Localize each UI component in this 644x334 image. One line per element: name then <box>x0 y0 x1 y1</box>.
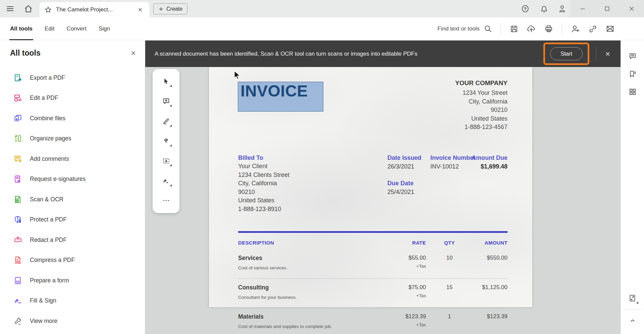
tab-sign[interactable]: Sign <box>99 17 110 40</box>
document-tab[interactable]: The Camelot Project... <box>40 2 149 17</box>
tab-edit[interactable]: Edit <box>45 17 54 40</box>
tools-panel-title: All tools <box>10 49 41 58</box>
window-controls <box>570 0 644 17</box>
add-comments-icon <box>13 154 22 163</box>
banner-close-icon[interactable] <box>600 46 616 62</box>
plus-icon <box>158 6 164 12</box>
select-tool[interactable] <box>158 74 174 89</box>
company-line: 90210 <box>455 106 507 115</box>
tool-label: Request e-signatures <box>30 176 86 183</box>
billed-to-block: Billed To Your Client 1234 Clients Stree… <box>238 153 289 213</box>
row-qty: 1 <box>437 313 462 320</box>
edit-pdf-icon <box>13 93 22 103</box>
sidebar-item-add-comments[interactable]: Add comments <box>0 149 145 169</box>
save-icon[interactable] <box>507 22 521 36</box>
row-note: Consultant for your business. <box>238 295 297 300</box>
page-thumbnails-icon[interactable] <box>625 84 640 99</box>
protect-pdf-icon <box>13 215 22 224</box>
tool-label: Redact a PDF <box>30 237 67 244</box>
export-pdf-icon <box>13 73 22 82</box>
tool-label: Combine files <box>30 115 65 122</box>
sidebar-item-organize-pages[interactable]: Organize pages <box>0 129 145 149</box>
page-display-options-icon[interactable] <box>625 290 640 306</box>
bookmarks-panel-icon[interactable] <box>625 66 640 82</box>
close-window-button[interactable] <box>620 0 644 17</box>
sidebar-item-edit-pdf[interactable]: Edit a PDF <box>0 88 145 109</box>
create-button[interactable]: Create <box>153 3 187 14</box>
tool-flyout-arrow-icon <box>170 125 172 127</box>
sidebar-item-scan-ocr[interactable]: Scan & OCR <box>0 189 145 210</box>
tab-title: The Camelot Project... <box>56 6 132 13</box>
rail-divider <box>624 309 642 310</box>
sidebar-item-combine-files[interactable]: Combine files <box>0 108 145 129</box>
prepare-form-icon <box>13 276 22 285</box>
selected-text-highlight[interactable]: INVOICE <box>238 82 323 112</box>
svg-text:?: ? <box>524 6 527 11</box>
account-profile-icon[interactable] <box>555 0 570 17</box>
link-icon[interactable] <box>586 22 600 36</box>
sign-tool[interactable] <box>158 173 174 189</box>
draw-highlight-tool[interactable] <box>158 114 174 129</box>
create-button-label: Create <box>166 6 182 12</box>
document-viewer: INVOICE YOUR COMPANY 1234 Your Street Ci… <box>145 40 621 334</box>
collapse-rail-chevron-icon[interactable] <box>625 313 640 328</box>
home-icon[interactable] <box>21 0 36 17</box>
sidebar-item-prepare-form[interactable]: Prepare a form <box>0 270 145 291</box>
comment-tool[interactable] <box>158 93 174 109</box>
sidebar-item-view-more[interactable]: View more <box>0 311 145 331</box>
tab-convert[interactable]: Convert <box>66 17 87 40</box>
pdf-page[interactable]: INVOICE YOUR COMPANY 1234 Your Street Ci… <box>209 67 532 307</box>
toolbar-divider <box>500 23 501 35</box>
billed-to-label: Billed To <box>238 153 289 162</box>
scan-ocr-icon <box>13 195 22 204</box>
tool-flyout-arrow-icon <box>170 164 172 166</box>
tab-all-tools[interactable]: All tools <box>10 17 33 40</box>
row-divider <box>238 278 507 279</box>
row-tax: +Tax <box>377 322 426 327</box>
company-line: City, California <box>455 97 507 106</box>
find-text-or-tools[interactable]: Find text or tools <box>437 24 492 33</box>
add-text-box-tool[interactable] <box>158 153 174 169</box>
help-icon[interactable]: ? <box>518 0 533 17</box>
tab-close-icon[interactable] <box>136 5 145 14</box>
invoice-number-block: Invoice Number INV-10012 <box>430 153 476 171</box>
row-description: Services <box>238 255 262 262</box>
notifications-bell-icon[interactable] <box>537 0 551 17</box>
sidebar-item-export-pdf[interactable]: Export a PDF <box>0 68 145 88</box>
sidebar-item-request-esignatures[interactable]: Request e-signatures <box>0 169 145 190</box>
invoice-number-value: INV-10012 <box>430 162 476 171</box>
request-esignatures-icon <box>13 175 22 184</box>
lasso-tool[interactable] <box>158 133 174 149</box>
invoice-title: INVOICE <box>240 82 323 100</box>
minimize-button[interactable] <box>570 0 595 17</box>
date-issued-label: Date Issued <box>387 153 421 162</box>
sidebar-item-redact-pdf[interactable]: Redact a PDF <box>0 230 145 250</box>
hamburger-menu-icon[interactable] <box>3 0 17 17</box>
maximize-button[interactable] <box>595 0 619 17</box>
print-icon[interactable] <box>542 22 556 36</box>
billed-line: 90210 <box>238 188 289 197</box>
comments-panel-icon[interactable] <box>625 49 640 64</box>
company-line: 1234 Your Street <box>455 89 507 97</box>
more-tools[interactable] <box>158 193 174 208</box>
tools-panel-close-icon[interactable] <box>128 48 138 58</box>
titlebar: ? The Camelot Project... Create <box>0 0 644 17</box>
tool-flyout-arrow-icon <box>170 105 172 107</box>
start-button[interactable]: Start <box>550 47 583 60</box>
request-signature-person-add-icon[interactable] <box>568 22 582 36</box>
due-date-block: Due Date 25/4/2021 <box>387 179 414 196</box>
company-block: YOUR COMPANY 1234 Your Street City, Cali… <box>455 79 507 132</box>
find-label: Find text or tools <box>437 25 480 32</box>
sidebar-item-protect-pdf[interactable]: Protect a PDF <box>0 210 145 230</box>
email-icon[interactable] <box>603 22 617 36</box>
toolbar-menus: All tools Edit Convert Sign <box>10 17 110 40</box>
sidebar-item-compress-pdf[interactable]: Compress a PDF <box>0 250 145 271</box>
cloud-upload-icon[interactable] <box>524 22 538 36</box>
tool-label: Compress a PDF <box>30 257 75 264</box>
quick-tools-palette <box>153 69 179 213</box>
tool-flyout-arrow-icon <box>170 144 172 146</box>
company-line: 1-888-123-4567 <box>455 123 507 132</box>
sidebar-item-fill-sign[interactable]: Fill & Sign <box>0 291 145 311</box>
tool-label: Fill & Sign <box>30 297 56 304</box>
star-icon[interactable] <box>44 6 52 14</box>
